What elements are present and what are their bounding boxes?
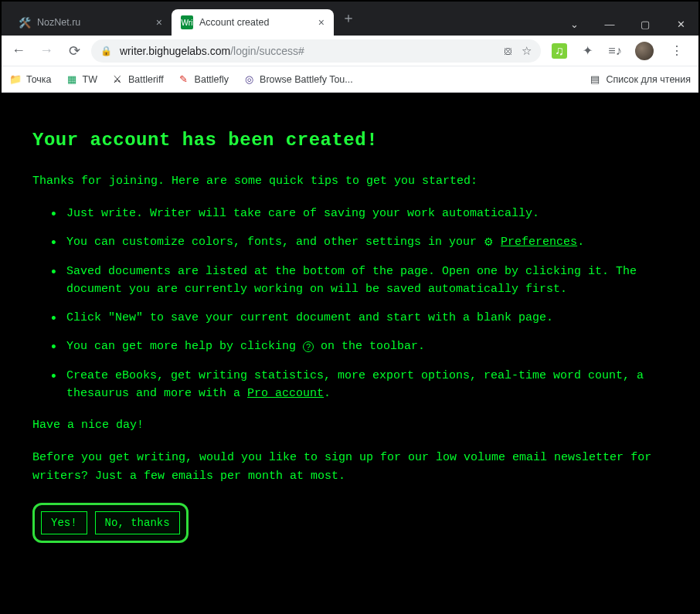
translate-icon[interactable]: ⦻	[502, 44, 514, 57]
tab-strip: 🛠️ NozNet.ru × Wri Account created × ＋	[2, 2, 556, 36]
pencil-icon: ✎	[178, 73, 190, 86]
tip-help: You can get more help by clicking ? on t…	[57, 338, 668, 355]
profile-avatar[interactable]	[635, 42, 654, 60]
tab-account-created[interactable]: Wri Account created ×	[172, 9, 334, 36]
maximize-button[interactable]: ▢	[627, 12, 663, 36]
back-button[interactable]: ←	[8, 40, 29, 62]
page-heading: Your account has been created!	[32, 130, 668, 151]
preferences-link[interactable]: Preferences	[501, 236, 577, 249]
bookmark-label: Battleriff	[128, 74, 164, 85]
browser-toolbar: ← → ⟳ 🔒 writer.bighugelabs.com/login/suc…	[2, 36, 698, 66]
window-controls: ⌄ — ▢ ✕	[556, 9, 698, 36]
chevron-down-icon[interactable]: ⌄	[556, 12, 592, 36]
bookmark-battleriff[interactable]: ⚔ Battleriff	[111, 73, 164, 86]
bookmark-label: Точка	[26, 74, 52, 85]
tip-autosave: Just write. Writer will take care of sav…	[57, 205, 668, 222]
help-icon: ?	[303, 341, 314, 352]
target-icon: ◎	[243, 73, 255, 86]
tab-title: NozNet.ru	[37, 17, 150, 28]
bookmark-battlefy-tournaments[interactable]: ◎ Browse Battlefy Tou...	[243, 73, 353, 86]
tab-noznet[interactable]: 🛠️ NozNet.ru ×	[9, 9, 172, 36]
extension-icons: ♫ ✦ ≡♪ ⋮	[547, 42, 692, 60]
url-text: writer.bighugelabs.com/login/success#	[120, 45, 494, 57]
yes-button[interactable]: Yes!	[41, 511, 87, 534]
newsletter-prompt: Before you get writing, would you like t…	[32, 449, 668, 486]
swords-icon: ⚔	[111, 73, 124, 86]
tips-list: Just write. Writer will take care of sav…	[32, 205, 668, 402]
newsletter-cta-row: Yes! No, thanks	[32, 503, 189, 543]
reading-list-button[interactable]: ▤ Список для чтения	[589, 73, 691, 86]
sheets-icon: ▦	[66, 73, 78, 86]
close-icon[interactable]: ×	[318, 17, 325, 28]
page-content: Your account has been created! Thanks fo…	[2, 93, 698, 612]
bookmark-label: Browse Battlefy Tou...	[260, 74, 353, 85]
bookmark-tochka[interactable]: 📁 Точка	[9, 73, 52, 86]
new-tab-button[interactable]: ＋	[334, 4, 363, 32]
no-thanks-button[interactable]: No, thanks	[95, 511, 180, 534]
forward-button[interactable]: →	[36, 40, 57, 62]
lock-icon: 🔒	[100, 46, 112, 56]
tip-pro-account: Create eBooks, get writing statistics, m…	[57, 367, 668, 403]
bookmark-label: TW	[83, 74, 97, 85]
bookmark-label: Battlefly	[195, 74, 229, 85]
wrench-icon: 🛠️	[19, 16, 31, 29]
reload-button[interactable]: ⟳	[63, 40, 85, 62]
music-extension-icon[interactable]: ♫	[552, 43, 567, 59]
tip-saved-documents: Saved documents are listed at the bottom…	[57, 263, 668, 299]
intro-text: Thanks for joining. Here are some quick …	[32, 172, 668, 191]
tip-preferences: You can customize colors, fonts, and oth…	[57, 233, 668, 251]
tab-title: Account created	[199, 17, 312, 28]
star-icon[interactable]: ☆	[522, 44, 532, 58]
playlist-icon[interactable]: ≡♪	[607, 43, 623, 59]
kebab-menu-icon[interactable]: ⋮	[666, 43, 688, 58]
minimize-button[interactable]: —	[592, 12, 627, 36]
browser-titlebar: 🛠️ NozNet.ru × Wri Account created × ＋ ⌄…	[2, 2, 698, 36]
outro-text: Have a nice day!	[32, 416, 668, 435]
bookmark-battlefly[interactable]: ✎ Battlefly	[178, 73, 229, 86]
pro-account-link[interactable]: Pro account	[247, 387, 324, 400]
bookmarks-bar: 📁 Точка ▦ TW ⚔ Battleriff ✎ Battlefly ◎ …	[2, 66, 698, 93]
close-icon[interactable]: ×	[156, 17, 162, 28]
close-window-button[interactable]: ✕	[663, 12, 698, 36]
gear-icon: ⚙	[484, 234, 494, 251]
bookmark-tw[interactable]: ▦ TW	[66, 73, 97, 86]
address-bar[interactable]: 🔒 writer.bighugelabs.com/login/success# …	[91, 39, 541, 63]
reading-list-label: Список для чтения	[606, 74, 691, 85]
folder-icon: 📁	[9, 73, 22, 86]
extensions-icon[interactable]: ✦	[579, 43, 595, 59]
tip-new-document: Click "New" to save your current documen…	[57, 309, 668, 327]
reading-list-icon: ▤	[589, 73, 601, 86]
writer-favicon-icon: Wri	[181, 16, 193, 29]
